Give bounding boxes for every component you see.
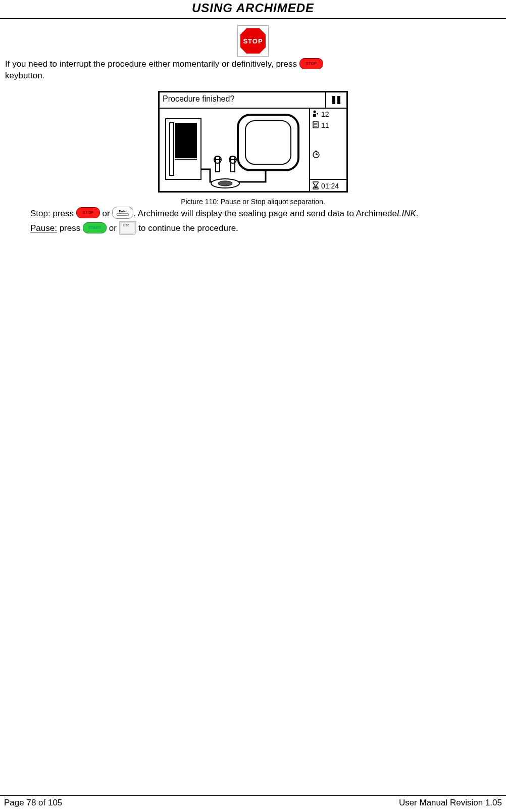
document-page: USING ARCHIMEDE STOP If you need to inte… [0, 0, 506, 812]
footer-revision: User Manual Revision 1.05 [399, 798, 502, 808]
archimede-link: LINK [397, 209, 416, 218]
timer-value: 01:24 [321, 182, 339, 190]
clock-icon [312, 150, 320, 159]
hourglass-icon [312, 181, 319, 190]
screen-title: Procedure finished? [160, 92, 325, 108]
screen-title-row: Procedure finished? [160, 92, 346, 109]
figure-caption: Picture 110: Pause or Stop aliquot separ… [0, 198, 506, 206]
stop-text-b: or [102, 209, 112, 218]
person-icon [312, 110, 319, 118]
svg-rect-1 [170, 123, 174, 175]
pause-icon [325, 92, 346, 108]
screen-body: 12 11 [160, 109, 346, 192]
pause-text-b: or [109, 224, 119, 233]
svg-text:Esc: Esc [123, 223, 129, 227]
document-icon [312, 121, 319, 129]
page-footer: Page 78 of 105 User Manual Revision 1.05 [0, 795, 506, 808]
clock-cell [310, 131, 346, 179]
stop-text-a: press [50, 209, 76, 218]
svg-point-13 [218, 181, 232, 186]
start-button-icon: START [83, 222, 107, 233]
page-title: USING ARCHIMEDE [0, 0, 506, 15]
intro-text-2: keybutton. [5, 71, 44, 80]
pause-text-a: press [57, 224, 83, 233]
stop-sign-icon: STOP [239, 27, 267, 55]
stop-sign-wrap: STOP [0, 25, 506, 57]
stop-instruction: Stop: press STOP or Enter . Archimede wi… [0, 206, 506, 220]
stop-text-c: . Archimede will display the sealing pag… [133, 209, 397, 218]
svg-rect-6 [216, 157, 220, 172]
page-cell: 11 [310, 120, 346, 131]
screen-sidebar: 12 11 [309, 109, 346, 192]
pause-instruction: Pause: press START or Esc to continue th… [0, 220, 506, 236]
device-screen: Procedure finished? [158, 91, 348, 193]
esc-button-icon: Esc [119, 221, 136, 235]
svg-rect-2 [175, 123, 197, 158]
device-screen-wrap: Procedure finished? [0, 91, 506, 206]
svg-point-14 [314, 110, 316, 113]
stop-button-icon: STOP [299, 58, 323, 69]
page-value: 11 [321, 121, 329, 129]
patient-value: 12 [321, 110, 329, 118]
screen-canvas [160, 109, 309, 192]
stop-button-icon-inline: STOP [76, 207, 100, 218]
svg-rect-5 [245, 121, 291, 164]
pause-label: Pause: [30, 224, 57, 233]
footer-rule [0, 795, 506, 796]
enter-button-label: Enter [119, 210, 127, 213]
header-rule [0, 18, 506, 19]
stop-sign-frame: STOP [237, 25, 269, 57]
svg-rect-4 [238, 115, 298, 170]
intro-paragraph: If you need to interrupt the procedure e… [0, 57, 506, 82]
footer-page-number: Page 78 of 105 [4, 798, 62, 808]
intro-text-1: If you need to interrupt the procedure e… [5, 59, 299, 69]
patient-cell: 12 [310, 109, 346, 120]
timer-cell: 01:24 [310, 179, 346, 192]
stop-text-d: . [416, 209, 419, 218]
svg-rect-9 [231, 157, 235, 172]
enter-button-icon: Enter [112, 207, 133, 219]
pause-text-c: to continue the procedure. [138, 224, 238, 233]
stop-label: Stop: [30, 209, 50, 218]
